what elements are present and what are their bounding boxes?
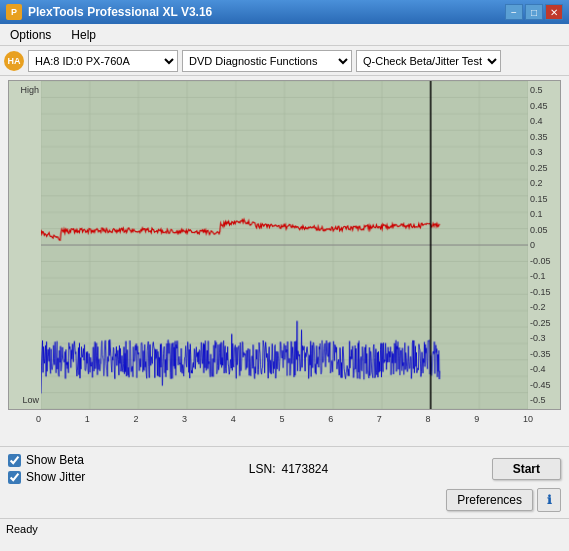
chart-area: High Low 0.5 0.45 0.4 0.35 0.3 0.25 0.2 …	[8, 80, 561, 410]
test-select[interactable]: Q-Check Beta/Jitter Test	[356, 50, 501, 72]
x-axis: 0 1 2 3 4 5 6 7 8 9 10	[4, 414, 565, 424]
window-title: PlexTools Professional XL V3.16	[28, 5, 212, 19]
window-controls: − □ ✕	[505, 4, 563, 20]
menu-options[interactable]: Options	[4, 26, 57, 44]
bottom-panel: Show Beta Show Jitter LSN: 4173824 Start…	[0, 446, 569, 518]
minimize-button[interactable]: −	[505, 4, 523, 20]
show-beta-row: Show Beta	[8, 453, 85, 467]
maximize-button[interactable]: □	[525, 4, 543, 20]
show-jitter-label: Show Jitter	[26, 470, 85, 484]
lsn-label: LSN:	[249, 462, 276, 476]
y-label-low: Low	[11, 395, 39, 405]
close-button[interactable]: ✕	[545, 4, 563, 20]
chart-inner	[41, 81, 528, 409]
toolbar: HA HA:8 ID:0 PX-760A DVD Diagnostic Func…	[0, 46, 569, 76]
start-button[interactable]: Start	[492, 458, 561, 480]
show-jitter-row: Show Jitter	[8, 470, 85, 484]
lsn-area: LSN: 4173824	[249, 462, 328, 476]
bottom-row2: Preferences ℹ	[8, 488, 561, 512]
preferences-button[interactable]: Preferences	[446, 489, 533, 511]
y-axis-right: 0.5 0.45 0.4 0.35 0.3 0.25 0.2 0.15 0.1 …	[528, 81, 560, 409]
y-label-high: High	[11, 85, 39, 95]
show-jitter-checkbox[interactable]	[8, 471, 21, 484]
window: P PlexTools Professional XL V3.16 − □ ✕ …	[0, 0, 569, 538]
show-beta-checkbox[interactable]	[8, 454, 21, 467]
y-axis-left: High Low	[9, 81, 41, 409]
show-beta-label: Show Beta	[26, 453, 84, 467]
lsn-value: 4173824	[281, 462, 328, 476]
menu-help[interactable]: Help	[65, 26, 102, 44]
bottom-row1: Show Beta Show Jitter LSN: 4173824 Start	[8, 453, 561, 484]
status-text: Ready	[6, 523, 38, 535]
drive-icon: HA	[4, 51, 24, 71]
info-button[interactable]: ℹ	[537, 488, 561, 512]
drive-select[interactable]: HA:8 ID:0 PX-760A	[28, 50, 178, 72]
bottom-right-buttons: Preferences ℹ	[446, 488, 561, 512]
chart-canvas	[41, 81, 528, 409]
menu-bar: Options Help	[0, 24, 569, 46]
function-select[interactable]: DVD Diagnostic Functions	[182, 50, 352, 72]
status-bar: Ready	[0, 518, 569, 538]
title-bar: P PlexTools Professional XL V3.16 − □ ✕	[0, 0, 569, 24]
checkboxes: Show Beta Show Jitter	[8, 453, 85, 484]
chart-wrapper: High Low 0.5 0.45 0.4 0.35 0.3 0.25 0.2 …	[4, 80, 565, 424]
app-icon: P	[6, 4, 22, 20]
